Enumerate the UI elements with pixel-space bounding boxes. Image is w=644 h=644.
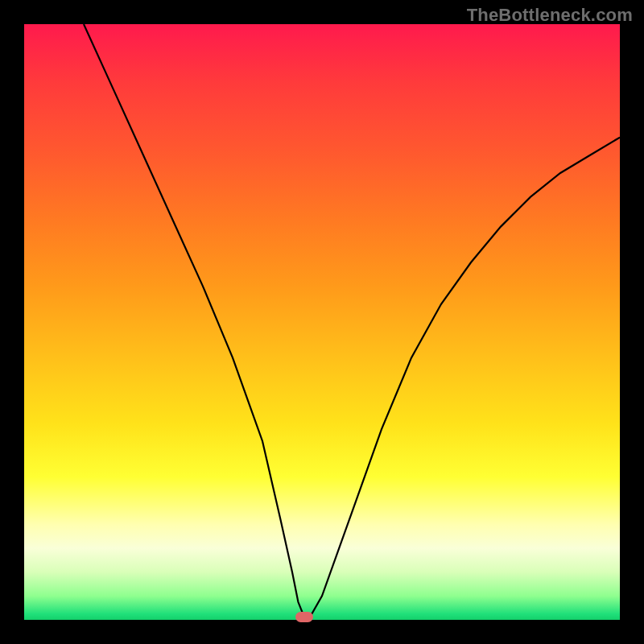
minimum-marker	[295, 612, 313, 622]
watermark-text: TheBottleneck.com	[467, 5, 633, 26]
bottleneck-curve	[24, 24, 620, 620]
chart-plot-area	[24, 24, 620, 620]
